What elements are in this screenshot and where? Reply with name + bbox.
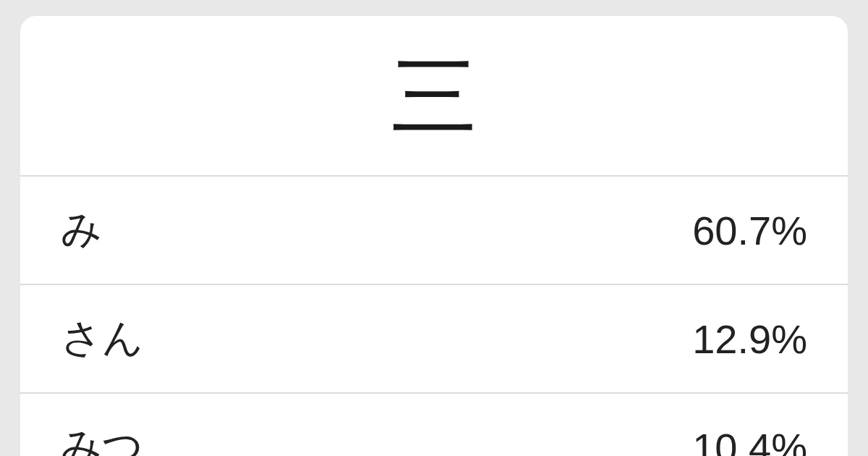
reading-text: さん — [61, 311, 143, 366]
kanji-card: 三 み 60.7% さん 12.9% みつ 10.4% — [20, 16, 848, 456]
kanji-character: 三 — [391, 52, 477, 139]
reading-percentage: 12.9% — [692, 316, 807, 363]
kanji-header: 三 — [20, 16, 848, 177]
reading-text: み — [61, 203, 102, 258]
reading-row[interactable]: さん 12.9% — [20, 285, 848, 394]
reading-percentage: 10.4% — [692, 424, 807, 457]
reading-percentage: 60.7% — [692, 207, 807, 254]
reading-row[interactable]: み 60.7% — [20, 177, 848, 285]
reading-text: みつ — [61, 420, 143, 456]
reading-row[interactable]: みつ 10.4% — [20, 394, 848, 456]
